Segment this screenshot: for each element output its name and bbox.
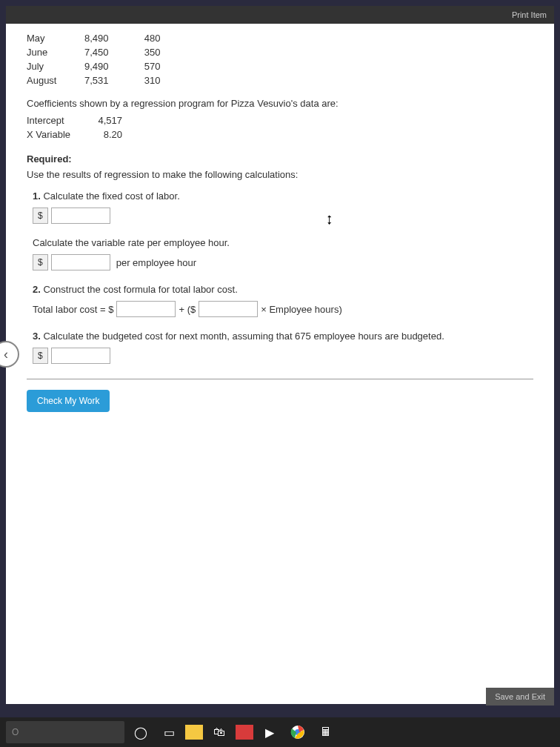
table-row: Intercept 4,517 xyxy=(27,113,144,127)
answer-row-1b: $ per employee hour xyxy=(33,254,533,270)
dollar-prefix: $ xyxy=(33,254,48,270)
print-item[interactable]: Print Item xyxy=(512,10,547,19)
table-row: July 9,490 570 xyxy=(27,59,182,73)
coef-value: 8.20 xyxy=(93,127,144,142)
question-number: 2. xyxy=(33,284,41,295)
chevron-left-icon: ‹ xyxy=(4,347,8,362)
answer-row-3: $ xyxy=(33,348,533,364)
content-panel: Print Item May 8,490 480 June 7,450 350 … xyxy=(6,6,554,704)
budgeted-cost-input[interactable] xyxy=(51,348,110,364)
value-cell: 310 xyxy=(130,73,182,87)
question-text: Calculate the variable rate per employee… xyxy=(33,237,230,248)
formula-fixed-input[interactable] xyxy=(116,301,176,317)
question-1b: Calculate the variable rate per employee… xyxy=(33,237,533,248)
taskbar: O ◯ ▭ 🛍 ▶ 🖩 xyxy=(0,717,560,747)
coef-label: X Variable xyxy=(27,127,93,142)
app-icon[interactable] xyxy=(236,725,253,740)
app-icon[interactable]: ▶ xyxy=(258,720,281,744)
calculator-icon[interactable]: 🖩 xyxy=(314,720,338,744)
month-cell: May xyxy=(27,31,79,45)
coef-value: 4,517 xyxy=(93,113,144,127)
coefficients-text: Coefficients shown by a regression progr… xyxy=(27,98,533,109)
question-text: Construct the cost formula for total lab… xyxy=(43,284,237,295)
formula-variable-input[interactable] xyxy=(199,301,258,317)
table-row: May 8,490 480 xyxy=(27,31,182,45)
value-cell: 7,531 xyxy=(79,73,130,87)
fixed-cost-input[interactable] xyxy=(51,208,110,224)
answer-row-1a: $ xyxy=(33,208,533,224)
question-text: Calculate the budgeted cost for next mon… xyxy=(43,331,444,342)
value-cell: 570 xyxy=(130,59,182,73)
value-cell: 350 xyxy=(130,45,182,59)
question-2: 2. Construct the cost formula for total … xyxy=(33,284,533,295)
coef-label: Intercept xyxy=(27,113,93,127)
formula-suffix: × Employee hours) xyxy=(261,304,341,315)
table-row: August 7,531 310 xyxy=(27,73,182,87)
value-cell: 7,450 xyxy=(79,45,130,59)
suffix-text: per employee hour xyxy=(116,257,196,268)
table-row: X Variable 8.20 xyxy=(27,127,144,142)
file-explorer-icon[interactable] xyxy=(185,725,203,740)
required-heading: Required: xyxy=(27,153,533,165)
save-and-exit-button[interactable]: Save and Exit xyxy=(486,688,554,706)
coefficients-table: Intercept 4,517 X Variable 8.20 xyxy=(27,113,144,142)
variable-rate-input[interactable] xyxy=(51,254,110,270)
month-cell: August xyxy=(27,73,79,87)
question-1: 1. Calculate the fixed cost of labor. xyxy=(33,190,533,202)
month-data-table: May 8,490 480 June 7,450 350 July 9,490 … xyxy=(27,31,182,87)
value-cell: 480 xyxy=(130,31,182,45)
formula-plus: + ($ xyxy=(179,304,196,315)
store-icon[interactable]: 🛍 xyxy=(207,720,231,744)
task-view-icon[interactable]: ▭ xyxy=(157,720,181,744)
check-my-work-button[interactable]: Check My Work xyxy=(27,390,110,412)
question-number: 1. xyxy=(33,190,41,202)
previous-button[interactable]: ‹ xyxy=(0,341,19,368)
question-3: 3. Calculate the budgeted cost for next … xyxy=(33,331,533,342)
question-number: 3. xyxy=(33,331,41,342)
cortana-icon[interactable]: ◯ xyxy=(129,720,153,744)
taskbar-search[interactable]: O xyxy=(6,721,124,743)
month-cell: July xyxy=(27,59,79,73)
dollar-prefix: $ xyxy=(33,348,48,364)
question-text: Calculate the fixed cost of labor. xyxy=(43,190,179,202)
value-cell: 8,490 xyxy=(79,31,130,45)
search-icon: O xyxy=(12,727,19,737)
formula-prefix: Total labor cost = $ xyxy=(33,304,113,315)
divider xyxy=(27,379,533,379)
instruction-text: Use the results of regression to make th… xyxy=(27,169,533,180)
top-bar: Print Item xyxy=(6,6,554,24)
month-cell: June xyxy=(27,45,79,59)
formula-row: Total labor cost = $ + ($ × Employee hou… xyxy=(33,301,533,317)
chrome-icon[interactable] xyxy=(286,720,310,744)
table-row: June 7,450 350 xyxy=(27,45,182,59)
value-cell: 9,490 xyxy=(79,59,130,73)
dollar-prefix: $ xyxy=(33,208,48,224)
